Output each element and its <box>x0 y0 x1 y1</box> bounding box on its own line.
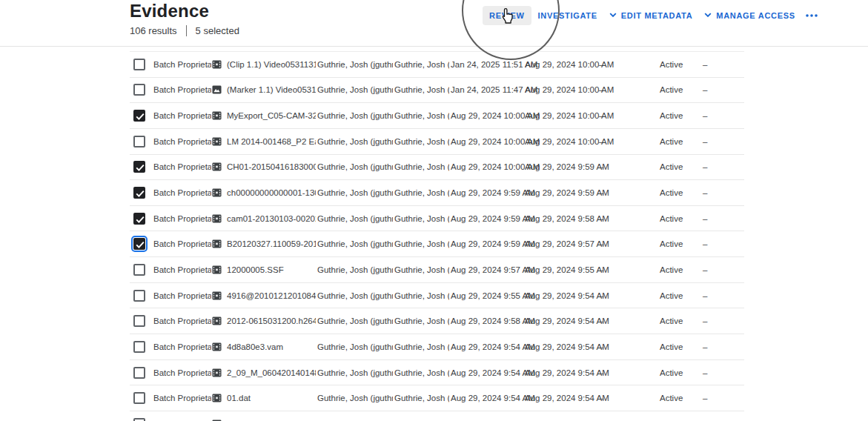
empty-value-dash: – <box>703 60 707 69</box>
status-label: Active <box>660 162 683 171</box>
results-count: 106 results <box>130 25 177 36</box>
row-checkbox[interactable] <box>133 187 145 199</box>
row-checkbox[interactable] <box>133 59 145 70</box>
chevron-down-icon <box>704 13 712 18</box>
row-checkbox[interactable] <box>133 418 145 421</box>
checkmark-icon <box>134 239 146 251</box>
batch-name: Batch Proprietary ... <box>153 291 211 300</box>
row-checkbox[interactable] <box>133 136 145 147</box>
table-row[interactable]: Batch Proprietary ... B20120327.110059-2… <box>130 231 744 257</box>
empty-value-dash: – <box>599 265 603 274</box>
file-type-icon <box>212 265 222 274</box>
status-label: Active <box>660 188 683 197</box>
file-type-icon <box>212 368 222 377</box>
file-name: (Clip 1.1) Video0531131750... <box>227 60 316 69</box>
table-row[interactable]: Batch Proprietary ... 4d8a80e3.vam Guthr… <box>130 334 744 360</box>
table-row[interactable]: Batch Proprietary ... 2014-04-24... Guth… <box>130 411 744 421</box>
row-checkbox[interactable] <box>133 161 145 173</box>
empty-value-dash: – <box>599 137 603 146</box>
uploader-name: Guthrie, Josh (j... <box>394 111 449 120</box>
table-row[interactable]: Batch Proprietary ... CH01-2015041618300… <box>130 155 744 181</box>
file-name: CH01-20150416183000-201... <box>227 162 316 171</box>
file-type-icon <box>212 59 222 69</box>
table-row[interactable]: Batch Proprietary ... (Clip 1.1) Video05… <box>130 52 744 78</box>
video-file-icon <box>212 368 222 377</box>
row-checkbox[interactable] <box>133 315 145 327</box>
uploaded-date: Aug 29, 2024 10:00 AM <box>525 60 597 69</box>
video-file-icon <box>212 239 222 249</box>
owner-name: Guthrie, Josh (jguthrie) <box>317 162 393 171</box>
edit-metadata-button[interactable]: EDIT METADATA <box>609 11 692 20</box>
uploader-name: Guthrie, Josh (j... <box>394 162 449 171</box>
uploader-name: Guthrie, Josh (j... <box>394 291 449 300</box>
file-type-icon <box>212 316 222 326</box>
recorded-date: Aug 29, 2024 9:54 AM <box>451 394 523 402</box>
table-row[interactable]: Batch Proprietary ... 2012-0615031200.h2… <box>130 308 744 334</box>
empty-value-dash: – <box>703 394 707 402</box>
investigate-button[interactable]: INVESTIGATE <box>538 11 597 20</box>
batch-name: Batch Proprietary ... <box>153 137 211 146</box>
manage-access-label: MANAGE ACCESS <box>716 11 795 20</box>
file-type-icon <box>212 162 222 172</box>
table-row[interactable]: Batch Proprietary ... MyExport_C05-CAM-3… <box>130 103 744 129</box>
uploaded-date: Aug 29, 2024 9:59 AM <box>525 162 597 171</box>
row-checkbox[interactable] <box>133 264 145 276</box>
table-row[interactable]: Batch Proprietary ... (Marker 1.1) Video… <box>130 78 744 104</box>
owner-name: Guthrie, Josh (jguthrie) <box>317 214 393 223</box>
table-row[interactable]: Batch Proprietary ... 12000005.SSF Guthr… <box>130 257 744 283</box>
table-row[interactable]: Batch Proprietary ... cam01-20130103-002… <box>130 206 744 232</box>
checkmark-icon <box>134 188 146 199</box>
empty-value-dash: – <box>703 162 707 171</box>
batch-name: Batch Proprietary ... <box>153 342 211 351</box>
file-type-icon <box>212 111 222 121</box>
more-actions-button[interactable] <box>805 13 818 18</box>
empty-value-dash: – <box>703 265 707 274</box>
row-checkbox[interactable] <box>133 238 145 250</box>
video-file-icon <box>212 162 222 172</box>
video-file-icon <box>212 342 222 351</box>
uploader-name: Guthrie, Josh (j... <box>394 85 449 94</box>
page-title: Evidence <box>130 1 209 21</box>
owner-name: Guthrie, Josh (jguthrie) <box>317 291 393 300</box>
empty-value-dash: – <box>599 60 603 69</box>
row-checkbox[interactable] <box>133 84 145 96</box>
file-type-icon <box>212 213 222 223</box>
batch-name: Batch Proprietary ... <box>153 111 211 120</box>
empty-value-dash: – <box>703 85 707 94</box>
table-row[interactable]: Batch Proprietary ... ch00000000000001-1… <box>130 180 744 206</box>
table-row[interactable]: Batch Proprietary ... LM 2014-001468_P2 … <box>130 129 744 155</box>
checkmark-icon <box>134 213 146 225</box>
selected-count: 5 selected <box>196 25 239 36</box>
manage-access-button[interactable]: MANAGE ACCESS <box>704 11 795 20</box>
file-type-icon <box>212 291 222 300</box>
video-file-icon <box>212 316 222 326</box>
row-checkbox[interactable] <box>133 341 145 353</box>
batch-name: Batch Proprietary ... <box>153 60 211 69</box>
recorded-date: Aug 29, 2024 9:58 AM <box>451 316 523 325</box>
file-name: (Marker 1.1) Video0531131... <box>227 85 316 94</box>
file-name: 01.dat <box>227 394 316 402</box>
row-checkbox[interactable] <box>133 213 145 225</box>
recorded-date: Aug 29, 2024 10:00 AM <box>451 162 523 171</box>
row-checkbox[interactable] <box>133 110 145 122</box>
empty-value-dash: – <box>599 239 603 248</box>
row-checkbox[interactable] <box>133 367 145 379</box>
status-label: Active <box>660 85 683 94</box>
row-checkbox[interactable] <box>133 290 145 302</box>
table-row[interactable]: Batch Proprietary ... 4916@2010121201084… <box>130 283 744 309</box>
chevron-down-icon <box>609 13 617 18</box>
row-checkbox[interactable] <box>133 392 145 404</box>
table-row[interactable]: Batch Proprietary ... 01.dat Guthrie, Jo… <box>130 385 744 411</box>
empty-value-dash: – <box>703 342 707 351</box>
uploader-name: Guthrie, Josh (j... <box>394 394 449 402</box>
edit-metadata-label: EDIT METADATA <box>621 11 692 20</box>
empty-value-dash: – <box>599 316 603 325</box>
recorded-date: Aug 29, 2024 9:54 AM <box>451 368 523 377</box>
uploaded-date: Aug 29, 2024 9:54 AM <box>525 316 597 325</box>
empty-value-dash: – <box>703 239 707 248</box>
table-row[interactable]: Batch Proprietary ... 2_09_M_06042014014… <box>130 360 744 386</box>
empty-value-dash: – <box>703 316 707 325</box>
review-button[interactable]: REVIEW <box>483 6 531 25</box>
file-name: 2012-0615031200.h264 <box>227 316 316 325</box>
status-label: Active <box>660 265 683 274</box>
